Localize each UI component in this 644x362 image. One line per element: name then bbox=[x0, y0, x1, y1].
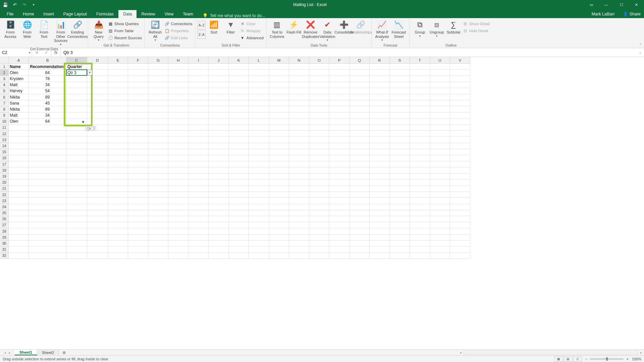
column-header-L[interactable]: L bbox=[249, 57, 269, 64]
cell-A1[interactable]: Name bbox=[9, 64, 29, 70]
page-layout-view-button[interactable]: ▤ bbox=[564, 356, 573, 362]
cell-B18[interactable] bbox=[29, 167, 66, 173]
zoom-level[interactable]: 100% bbox=[632, 357, 641, 361]
cell-B21[interactable] bbox=[29, 186, 66, 192]
row-header-9[interactable]: 9 bbox=[0, 113, 9, 119]
cell-U24[interactable] bbox=[430, 204, 450, 210]
cell-G22[interactable] bbox=[148, 192, 168, 198]
cell-L18[interactable] bbox=[249, 167, 269, 173]
cell-A16[interactable] bbox=[9, 155, 29, 161]
cell-R24[interactable] bbox=[370, 204, 390, 210]
cell-R21[interactable] bbox=[370, 186, 390, 192]
cell-I23[interactable] bbox=[189, 198, 209, 204]
column-header-I[interactable]: I bbox=[189, 57, 209, 64]
cell-E1[interactable] bbox=[108, 64, 128, 70]
cell-C6[interactable] bbox=[66, 94, 87, 100]
from-table-button[interactable]: ▤From Table bbox=[107, 27, 143, 34]
cell-E14[interactable] bbox=[108, 143, 128, 149]
cell-O20[interactable] bbox=[309, 180, 329, 186]
cell-R30[interactable] bbox=[370, 241, 390, 247]
cell-F6[interactable] bbox=[128, 94, 148, 100]
cell-K23[interactable] bbox=[229, 198, 249, 204]
cell-U18[interactable] bbox=[430, 167, 450, 173]
cell-F16[interactable] bbox=[128, 155, 148, 161]
cell-L12[interactable] bbox=[249, 131, 269, 137]
cell-Q15[interactable] bbox=[350, 149, 370, 155]
cell-K29[interactable] bbox=[229, 235, 249, 241]
cell-L32[interactable] bbox=[249, 253, 269, 259]
row-header-5[interactable]: 5 bbox=[0, 88, 9, 94]
column-header-Q[interactable]: Q bbox=[350, 57, 370, 64]
cell-A22[interactable] bbox=[9, 192, 29, 198]
cell-H3[interactable] bbox=[168, 76, 189, 82]
cell-I21[interactable] bbox=[189, 186, 209, 192]
cell-M7[interactable] bbox=[269, 100, 289, 106]
cell-O30[interactable] bbox=[309, 241, 329, 247]
cell-B7[interactable]: 45 bbox=[29, 100, 66, 106]
cell-M13[interactable] bbox=[269, 137, 289, 143]
cell-R8[interactable] bbox=[370, 106, 390, 112]
cell-T26[interactable] bbox=[410, 216, 430, 222]
relationships-button[interactable]: 🔗Relationships bbox=[353, 19, 369, 35]
cell-T16[interactable] bbox=[410, 155, 430, 161]
cell-H31[interactable] bbox=[168, 247, 189, 253]
cell-F24[interactable] bbox=[128, 204, 148, 210]
cell-S12[interactable] bbox=[390, 131, 410, 137]
cell-K11[interactable] bbox=[229, 125, 249, 131]
row-header-20[interactable]: 20 bbox=[0, 180, 9, 186]
cell-U9[interactable] bbox=[430, 113, 450, 119]
cell-J3[interactable] bbox=[209, 76, 229, 82]
cell-I2[interactable] bbox=[189, 70, 209, 76]
cell-J16[interactable] bbox=[209, 155, 229, 161]
cell-T25[interactable] bbox=[410, 210, 430, 216]
cell-B23[interactable] bbox=[29, 198, 66, 204]
cell-C5[interactable] bbox=[66, 88, 87, 94]
text-to-columns-button[interactable]: ▥Text to Columns bbox=[269, 19, 285, 39]
cell-S28[interactable] bbox=[390, 228, 410, 234]
cell-K24[interactable] bbox=[229, 204, 249, 210]
cell-R26[interactable] bbox=[370, 216, 390, 222]
sheet-nav-prev-icon[interactable]: ◂ bbox=[4, 350, 6, 355]
cell-K5[interactable] bbox=[229, 88, 249, 94]
cell-R13[interactable] bbox=[370, 137, 390, 143]
cell-N20[interactable] bbox=[289, 180, 309, 186]
cell-R14[interactable] bbox=[370, 143, 390, 149]
tab-data[interactable]: Data bbox=[118, 10, 137, 18]
cell-Q16[interactable] bbox=[350, 155, 370, 161]
cell-R1[interactable] bbox=[370, 64, 390, 70]
cell-T18[interactable] bbox=[410, 167, 430, 173]
cell-C22[interactable] bbox=[66, 192, 87, 198]
cell-R23[interactable] bbox=[370, 198, 390, 204]
cell-S17[interactable] bbox=[390, 161, 410, 167]
cell-I18[interactable] bbox=[189, 167, 209, 173]
cell-D16[interactable] bbox=[87, 155, 108, 161]
row-header-10[interactable]: 10 bbox=[0, 119, 9, 125]
cell-A15[interactable] bbox=[9, 149, 29, 155]
cell-C1[interactable]: Quarter bbox=[66, 64, 87, 70]
cell-S23[interactable] bbox=[390, 198, 410, 204]
cell-K16[interactable] bbox=[229, 155, 249, 161]
cell-S4[interactable] bbox=[390, 82, 410, 88]
cell-K26[interactable] bbox=[229, 216, 249, 222]
row-header-4[interactable]: 4 bbox=[0, 82, 9, 88]
cell-M15[interactable] bbox=[269, 149, 289, 155]
cell-O29[interactable] bbox=[309, 235, 329, 241]
cell-J17[interactable] bbox=[209, 161, 229, 167]
cell-P23[interactable] bbox=[329, 198, 350, 204]
cell-N24[interactable] bbox=[289, 204, 309, 210]
cell-V9[interactable] bbox=[450, 113, 470, 119]
cell-B16[interactable] bbox=[29, 155, 66, 161]
cell-E30[interactable] bbox=[108, 241, 128, 247]
cell-O27[interactable] bbox=[309, 222, 329, 228]
cell-Q24[interactable] bbox=[350, 204, 370, 210]
cell-B4[interactable]: 34 bbox=[29, 82, 66, 88]
cell-P24[interactable] bbox=[329, 204, 350, 210]
sort-desc-button[interactable]: Z↓A bbox=[198, 30, 206, 39]
share-button[interactable]: 👤 Share bbox=[620, 10, 644, 18]
cell-O13[interactable] bbox=[309, 137, 329, 143]
cell-G26[interactable] bbox=[148, 216, 168, 222]
cell-K28[interactable] bbox=[229, 228, 249, 234]
cell-Q19[interactable] bbox=[350, 174, 370, 180]
cell-F2[interactable] bbox=[128, 70, 148, 76]
cell-K3[interactable] bbox=[229, 76, 249, 82]
